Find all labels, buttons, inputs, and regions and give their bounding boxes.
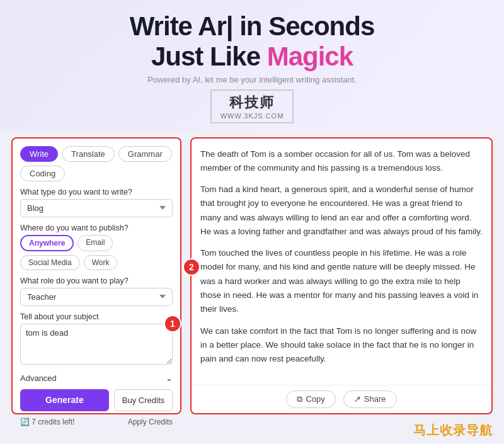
output-para-1: The death of Tom is a somber occasion fo… bbox=[200, 147, 483, 176]
main-content: Write Translate Grammar Coding What type… bbox=[0, 131, 504, 421]
publish-email[interactable]: Email bbox=[77, 235, 113, 251]
type-field-group: What type do you want to write? Blog Ess… bbox=[20, 188, 173, 217]
header: Write Ar| in Seconds Just Like Magick Po… bbox=[0, 0, 504, 131]
role-field-group: What role do you want to play? Teacher S… bbox=[20, 276, 173, 306]
badge-2: 2 bbox=[183, 258, 200, 276]
tab-write[interactable]: Write bbox=[20, 146, 58, 162]
buy-credits-button[interactable]: Buy Credits bbox=[114, 389, 173, 411]
cursor: | bbox=[226, 11, 233, 41]
right-panel: 2 The death of Tom is a somber occasion … bbox=[190, 137, 493, 414]
headline-part1: Write Ar bbox=[130, 11, 226, 41]
subtitle: Powered by AI, let me be your intelligen… bbox=[13, 75, 491, 84]
subject-field-group: Tell about your subject tom is dead bbox=[20, 312, 173, 367]
publish-label: Where do you want to publish? bbox=[20, 224, 173, 232]
copy-button[interactable]: ⧉ Copy bbox=[286, 390, 335, 408]
headline-part2: in Seconds bbox=[233, 11, 375, 41]
publish-options: Anywhere Email Social Media Work bbox=[20, 235, 173, 270]
share-icon: ↗ bbox=[354, 394, 361, 404]
tab-translate[interactable]: Translate bbox=[62, 146, 115, 162]
publish-social-media[interactable]: Social Media bbox=[20, 255, 80, 270]
subject-textarea[interactable]: tom is dead bbox=[20, 324, 173, 365]
subject-label: Tell about your subject bbox=[20, 312, 173, 321]
headline: Write Ar| in Seconds Just Like Magick bbox=[13, 11, 491, 72]
publish-anywhere[interactable]: Anywhere bbox=[20, 235, 74, 251]
share-label: Share bbox=[364, 394, 386, 404]
advanced-label: Advanced bbox=[20, 373, 57, 383]
copy-label: Copy bbox=[306, 394, 324, 404]
credits-left: 🔄 7 credits left! bbox=[20, 418, 74, 426]
copy-icon: ⧉ bbox=[297, 394, 302, 404]
output-para-4: We can take comfort in the fact that Tom… bbox=[200, 324, 483, 367]
share-button[interactable]: ↗ Share bbox=[343, 390, 397, 408]
output-text: The death of Tom is a somber occasion fo… bbox=[192, 139, 491, 385]
type-select[interactable]: Blog Essay Article Story Email Report bbox=[20, 199, 173, 217]
credits-row: 🔄 7 credits left! Apply Credits bbox=[20, 418, 173, 426]
publish-field-group: Where do you want to publish? Anywhere E… bbox=[20, 224, 173, 270]
watermark-main: 科技师 bbox=[220, 93, 284, 112]
chevron-down-icon: ⌄ bbox=[166, 373, 173, 383]
publish-work[interactable]: Work bbox=[84, 255, 118, 270]
apply-credits-link[interactable]: Apply Credits bbox=[128, 418, 173, 426]
role-select[interactable]: Teacher Student Professional Expert bbox=[20, 288, 173, 306]
left-panel: Write Translate Grammar Coding What type… bbox=[11, 137, 181, 414]
tabs-container: Write Translate Grammar Coding bbox=[20, 146, 173, 181]
badge-1: 1 bbox=[164, 315, 181, 333]
action-buttons: Generate Buy Credits bbox=[20, 389, 173, 411]
tab-grammar[interactable]: Grammar bbox=[118, 146, 172, 162]
type-label: What type do you want to write? bbox=[20, 188, 173, 196]
watermark-sub: WWW.3KJS.COM bbox=[220, 112, 284, 120]
output-actions: ⧉ Copy ↗ Share bbox=[192, 385, 491, 413]
headline-highlight: Magick bbox=[267, 42, 353, 71]
headline-line2-part1: Just Like bbox=[151, 42, 267, 71]
output-para-3: Tom touched the lives of countless peopl… bbox=[200, 246, 483, 316]
role-label: What role do you want to play? bbox=[20, 276, 173, 285]
watermark-box: 科技师 WWW.3KJS.COM bbox=[210, 89, 294, 123]
tab-coding[interactable]: Coding bbox=[20, 166, 65, 181]
advanced-row[interactable]: Advanced ⌄ bbox=[20, 373, 173, 383]
output-para-2: Tom had a kind heart, a generous spirit,… bbox=[200, 183, 483, 239]
generate-button[interactable]: Generate bbox=[20, 389, 109, 411]
